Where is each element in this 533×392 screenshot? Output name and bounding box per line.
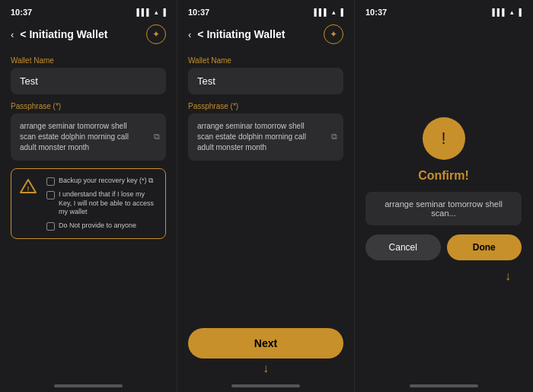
checkbox-donot[interactable] <box>46 222 55 231</box>
chevron-left-icon-1: ‹ <box>11 29 14 40</box>
wallet-name-label-1: Wallet Name <box>11 56 166 65</box>
battery-icon-2: ▐ <box>339 8 343 16</box>
status-icons-1: ▌▌▌ ▴ ▐ <box>136 8 166 16</box>
wallet-name-input-2[interactable]: Test <box>188 68 343 94</box>
nav-title-1: < Initiating Wallet <box>20 28 107 40</box>
status-bar-3: 10:37 ▌▌▌ ▴ ▐ <box>355 0 532 21</box>
warning-text-understand: I understand that if I lose my Key, I wi… <box>59 190 158 217</box>
wifi-icon-1: ▴ <box>155 8 158 16</box>
wifi-icon-2: ▴ <box>332 8 336 16</box>
status-icons-2: ▌▌▌ ▴ ▐ <box>314 8 343 16</box>
settings-icon-1: ✦ <box>152 29 160 40</box>
screen-3: 10:37 ▌▌▌ ▴ ▐ ! Confirm! arrange seminar… <box>355 0 532 392</box>
checkbox-understand[interactable] <box>46 191 55 199</box>
confirm-phrase-text: arrange seminar tomorrow shell scan... <box>385 199 503 218</box>
warning-box-1: ! Backup your recovery key (*) ⧉ I under… <box>11 168 166 239</box>
confirm-area: ! Confirm! arrange seminar tomorrow shel… <box>355 21 532 378</box>
warning-text-donot: Do Not provide to anyone <box>59 221 136 231</box>
confirm-buttons: Cancel Done <box>365 234 522 260</box>
passphrase-label-2: Passphrase (*) <box>188 102 343 110</box>
nav-bar-1: ‹ < Initiating Wallet ✦ <box>0 21 177 50</box>
copy-icon-2[interactable]: ⧉ <box>331 131 337 142</box>
home-indicator-2 <box>231 384 300 387</box>
settings-button-2[interactable]: ✦ <box>324 24 343 44</box>
arrow-down-icon-3: ↓ <box>505 269 511 283</box>
confirm-icon-circle: ! <box>423 117 465 160</box>
warning-item-backup: Backup your recovery key (*) ⧉ <box>46 177 158 186</box>
wifi-icon-3: ▴ <box>510 8 514 16</box>
status-time-2: 10:37 <box>188 8 209 17</box>
status-icons-3: ▌▌▌ ▴ ▐ <box>492 8 522 16</box>
status-time-3: 10:37 <box>365 8 387 17</box>
cancel-button[interactable]: Cancel <box>365 234 441 260</box>
passphrase-field-1: Passphrase (*) arrange seminar tomorrow … <box>11 102 166 161</box>
signal-icon-1: ▌▌▌ <box>136 8 151 16</box>
passphrase-label-1: Passphrase (*) <box>11 102 166 110</box>
status-bar-2: 10:37 ▌▌▌ ▴ ▐ <box>177 0 354 21</box>
warning-item-donot: Do Not provide to anyone <box>46 221 158 231</box>
wallet-name-field-2: Wallet Name Test <box>188 56 343 94</box>
status-time-1: 10:37 <box>11 8 32 17</box>
screen-1: 10:37 ▌▌▌ ▴ ▐ ‹ < Initiating Wallet ✦ Wa… <box>0 0 177 392</box>
chevron-left-icon-2: ‹ <box>188 29 191 40</box>
confirm-title: Confirm! <box>418 169 469 183</box>
next-button[interactable]: Next <box>188 328 343 359</box>
warning-text-backup: Backup your recovery key (*) ⧉ <box>59 177 153 186</box>
home-indicator-1 <box>54 384 123 387</box>
screen-2: 10:37 ▌▌▌ ▴ ▐ ‹ < Initiating Wallet ✦ Wa… <box>177 0 355 392</box>
content-1: Wallet Name Test Passphrase (*) arrange … <box>0 50 177 378</box>
battery-icon-1: ▐ <box>161 8 166 16</box>
wallet-name-field-1: Wallet Name Test <box>11 56 166 94</box>
content-2: Wallet Name Test Passphrase (*) arrange … <box>177 50 354 328</box>
done-arrow-area: ↓ <box>365 269 522 283</box>
back-button-2[interactable]: ‹ < Initiating Wallet <box>188 28 285 40</box>
done-button[interactable]: Done <box>447 234 522 260</box>
wallet-name-label-2: Wallet Name <box>188 56 343 65</box>
warning-items-1: Backup your recovery key (*) ⧉ I underst… <box>46 177 158 231</box>
signal-icon-3: ▌▌▌ <box>492 8 506 16</box>
settings-button-1[interactable]: ✦ <box>146 24 166 44</box>
exclamation-icon: ! <box>441 129 445 148</box>
home-indicator-3 <box>410 384 478 387</box>
wallet-name-input-1[interactable]: Test <box>11 68 166 94</box>
passphrase-field-2: Passphrase (*) arrange seminar tomorrow … <box>188 102 343 161</box>
nav-bar-2: ‹ < Initiating Wallet ✦ <box>177 21 354 50</box>
battery-icon-3: ▐ <box>517 8 522 16</box>
settings-icon-2: ✦ <box>330 29 337 40</box>
confirm-phrase-box: arrange seminar tomorrow shell scan... <box>365 192 522 225</box>
status-bar-1: 10:37 ▌▌▌ ▴ ▐ <box>0 0 177 21</box>
nav-title-2: < Initiating Wallet <box>197 28 285 40</box>
back-button-1[interactable]: ‹ < Initiating Wallet <box>11 28 107 40</box>
arrow-down-icon-2: ↓ <box>263 362 269 375</box>
warning-triangle-icon-1: ! <box>19 178 37 194</box>
copy-icon-inline: ⧉ <box>148 177 153 184</box>
copy-icon-1[interactable]: ⧉ <box>154 131 160 142</box>
arrow-indicator-2: ↓ <box>177 362 354 375</box>
checkbox-backup[interactable] <box>46 177 55 186</box>
passphrase-input-2[interactable]: arrange seminar tomorrow shell scan esta… <box>188 113 343 161</box>
passphrase-input-1[interactable]: arrange seminar tomorrow shell scan esta… <box>11 113 166 161</box>
svg-text:!: ! <box>27 185 30 193</box>
warning-icon-area-1: ! <box>19 177 40 194</box>
signal-icon-2: ▌▌▌ <box>314 8 328 16</box>
warning-item-understand: I understand that if I lose my Key, I wi… <box>46 190 158 217</box>
